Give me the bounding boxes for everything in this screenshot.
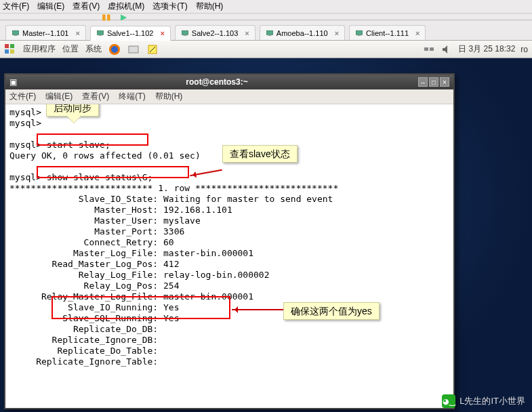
terminal-body[interactable]: mysql> mysql> mysql> start slave; Query … bbox=[5, 104, 453, 408]
term-menu-edit[interactable]: 编辑(E) bbox=[45, 91, 73, 102]
tab-label: Salve1--1.102 bbox=[107, 29, 154, 37]
guest-desktop: ▣ root@centos3:~ – □ × 文件(F) 编辑(E) 查看(V)… bbox=[0, 58, 532, 412]
play-icon[interactable]: ▶ bbox=[121, 12, 130, 22]
gnome-user[interactable]: ro bbox=[520, 45, 528, 54]
terminal-menubar: 文件(F) 编辑(E) 查看(V) 终端(T) 帮助(H) bbox=[5, 89, 453, 104]
tab-amoeba[interactable]: Amoeba--1.110 × bbox=[260, 25, 345, 40]
file-manager-icon[interactable] bbox=[127, 43, 140, 56]
watermark: ◕‿ L先生的IT小世界 bbox=[442, 394, 525, 408]
arrow-ensure-yes bbox=[232, 309, 283, 310]
gnome-clock[interactable]: 日 3月 25 18:32 bbox=[458, 43, 515, 55]
tab-label: Client--1.111 bbox=[366, 29, 409, 37]
close-window-icon[interactable]: × bbox=[440, 77, 449, 87]
terminal-app-icon: ▣ bbox=[9, 77, 17, 87]
gnome-system[interactable]: 系统 bbox=[85, 43, 102, 55]
term-menu-term[interactable]: 终端(T) bbox=[119, 91, 145, 102]
svg-rect-3 bbox=[99, 35, 102, 36]
pause-icon[interactable]: ▮▮ bbox=[102, 12, 111, 22]
svg-rect-13 bbox=[10, 49, 14, 54]
tab-label: Amoeba--1.110 bbox=[277, 29, 328, 37]
tab-client[interactable]: Client--1.111 × bbox=[349, 25, 426, 40]
menu-edit[interactable]: 编辑(E) bbox=[37, 1, 64, 12]
gnome-places[interactable]: 位置 bbox=[62, 43, 79, 55]
svg-rect-2 bbox=[97, 30, 103, 35]
svg-rect-12 bbox=[5, 49, 9, 54]
term-menu-help[interactable]: 帮助(H) bbox=[155, 91, 183, 102]
callout-ensure-yes: 确保这两个值为yes bbox=[283, 302, 380, 320]
gnome-panel: 应用程序 位置 系统 日 3月 25 18:32 ro bbox=[0, 41, 532, 58]
term-menu-view[interactable]: 查看(V) bbox=[82, 91, 109, 102]
volume-icon[interactable] bbox=[441, 43, 453, 56]
firefox-icon[interactable] bbox=[108, 43, 121, 56]
menu-vm[interactable]: 虚拟机(M) bbox=[108, 1, 144, 12]
wechat-icon: ◕‿ bbox=[442, 394, 455, 408]
svg-rect-1 bbox=[14, 35, 18, 36]
svg-rect-10 bbox=[5, 44, 9, 48]
host-toolbar: ▮▮ ▶ bbox=[0, 14, 532, 20]
minimize-icon[interactable]: – bbox=[418, 77, 428, 87]
svg-rect-9 bbox=[358, 35, 361, 36]
vm-icon bbox=[12, 29, 20, 37]
svg-rect-7 bbox=[268, 35, 272, 36]
watermark-text: L先生的IT小世界 bbox=[459, 395, 525, 407]
close-icon[interactable]: × bbox=[415, 29, 420, 37]
svg-rect-11 bbox=[10, 44, 14, 48]
callout-view-status: 查看slave状态 bbox=[222, 145, 298, 163]
close-icon[interactable]: × bbox=[160, 29, 164, 37]
tab-salve1[interactable]: Salve1--1.102 × bbox=[90, 26, 171, 41]
tab-master[interactable]: Master--1.101 × bbox=[5, 25, 86, 40]
maximize-icon[interactable]: □ bbox=[429, 77, 438, 87]
svg-rect-16 bbox=[129, 46, 138, 53]
close-icon[interactable]: × bbox=[75, 29, 79, 37]
network-icon[interactable] bbox=[423, 43, 435, 56]
svg-rect-0 bbox=[13, 30, 19, 35]
svg-rect-18 bbox=[424, 47, 428, 51]
host-menu-bar: 文件(F) 编辑(E) 查看(V) 虚拟机(M) 选项卡(T) 帮助(H) bbox=[0, 0, 532, 14]
svg-rect-8 bbox=[356, 30, 363, 35]
vm-icon bbox=[266, 29, 274, 37]
gnome-applications[interactable]: 应用程序 bbox=[23, 43, 56, 55]
svg-rect-19 bbox=[430, 47, 434, 51]
terminal-title: root@centos3:~ bbox=[186, 77, 247, 87]
close-icon[interactable]: × bbox=[335, 29, 339, 37]
tab-label: Master--1.101 bbox=[22, 29, 68, 37]
callout-start-sync: 启动同步 bbox=[46, 104, 99, 117]
close-icon[interactable]: × bbox=[245, 29, 249, 37]
svg-rect-5 bbox=[184, 35, 187, 36]
note-icon[interactable] bbox=[146, 43, 159, 56]
terminal-window: ▣ root@centos3:~ – □ × 文件(F) 编辑(E) 查看(V)… bbox=[4, 73, 455, 409]
vm-icon bbox=[181, 29, 189, 37]
svg-point-15 bbox=[111, 46, 118, 53]
svg-rect-6 bbox=[266, 30, 272, 35]
menu-file[interactable]: 文件(F) bbox=[3, 1, 29, 12]
menu-tabs[interactable]: 选项卡(T) bbox=[152, 1, 187, 12]
vm-icon bbox=[96, 29, 104, 37]
svg-rect-4 bbox=[182, 30, 188, 35]
term-menu-file[interactable]: 文件(F) bbox=[9, 91, 36, 102]
terminal-titlebar[interactable]: ▣ root@centos3:~ – □ × bbox=[5, 75, 453, 89]
menu-view[interactable]: 查看(V) bbox=[73, 1, 100, 12]
vm-tab-bar: Master--1.101 × Salve1--1.102 × Salve2--… bbox=[0, 20, 532, 41]
tab-salve2[interactable]: Salve2--1.103 × bbox=[175, 25, 255, 40]
tab-label: Salve2--1.103 bbox=[192, 29, 239, 37]
vm-icon bbox=[355, 29, 363, 37]
applications-icon[interactable] bbox=[4, 43, 16, 56]
menu-help[interactable]: 帮助(H) bbox=[196, 1, 224, 12]
